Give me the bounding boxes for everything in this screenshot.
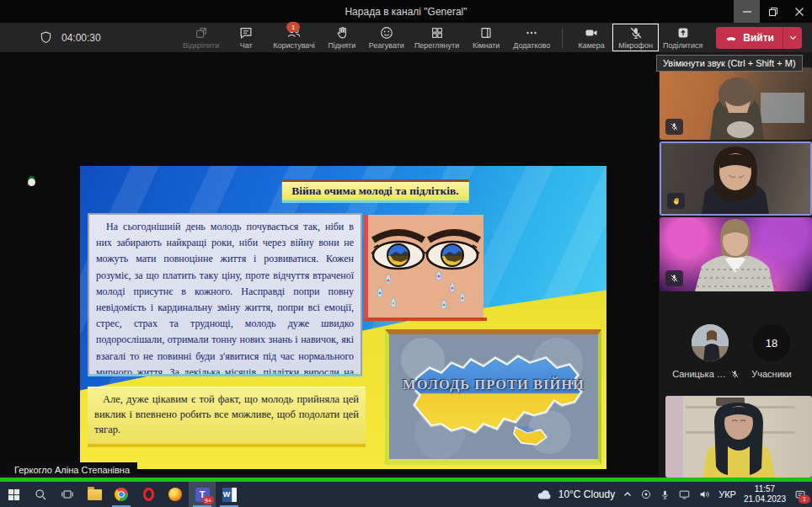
slide-text-block-1: На сьогоднішній день молодь почувається … bbox=[88, 213, 362, 376]
participants-count-circle[interactable]: 18 bbox=[753, 324, 790, 361]
weather-widget[interactable]: 10°C Cloudy bbox=[537, 488, 616, 500]
participant-name: Саницька … bbox=[672, 369, 726, 379]
camera-button[interactable]: Камера bbox=[569, 24, 613, 51]
rooms-icon bbox=[478, 25, 494, 40]
more-button[interactable]: Додатково bbox=[508, 24, 555, 51]
meeting-toolbar: 04:00:30 Відкріпити Чат 1 Користувачі Пі… bbox=[0, 23, 812, 52]
participant-video-1[interactable] bbox=[660, 67, 812, 140]
participant-video-3[interactable] bbox=[660, 217, 812, 291]
leave-button[interactable]: Вийти bbox=[716, 27, 802, 49]
file-explorer-button[interactable] bbox=[81, 482, 108, 507]
clock-date: 21.04.2023 bbox=[744, 494, 786, 505]
start-button[interactable] bbox=[0, 482, 27, 507]
participants-count: 18 bbox=[766, 337, 777, 350]
toolbar-divider bbox=[562, 28, 563, 48]
share-button[interactable]: Поділитися bbox=[658, 24, 708, 51]
cloud-icon bbox=[537, 488, 553, 500]
opera-button[interactable] bbox=[135, 482, 162, 507]
raised-hand-icon bbox=[671, 196, 681, 206]
speaker-tray-icon[interactable] bbox=[698, 488, 711, 500]
microphone-tray-icon[interactable] bbox=[660, 488, 670, 501]
minimize-icon bbox=[742, 7, 752, 17]
presentation-slide: Війна очима молоді та підлітків. На сьог… bbox=[80, 166, 606, 469]
chat-button[interactable]: Чат bbox=[224, 24, 268, 51]
taskbar-clock[interactable]: 11:57 21.04.2023 bbox=[744, 484, 786, 505]
participants-count-label: Учасники bbox=[738, 369, 805, 379]
participants-sidebar: Саницька … 18 Учасники bbox=[659, 52, 812, 478]
presenter-pointer-dot bbox=[28, 179, 35, 186]
window-title: Нарада в каналі "General" bbox=[0, 6, 812, 18]
language-indicator[interactable]: УКР bbox=[719, 489, 736, 499]
unpin-button[interactable]: Відкріпити bbox=[178, 24, 224, 51]
presenter-name-label: Геркогло Аліна Степанівна bbox=[7, 462, 137, 478]
search-button[interactable] bbox=[27, 482, 54, 507]
slide-text-block-2: Але, дуже цікавим є той факт, що молодь … bbox=[88, 387, 366, 447]
close-icon bbox=[794, 7, 804, 17]
tray-expand-icon[interactable] bbox=[622, 489, 633, 499]
audio-participants-row: Саницька … 18 Учасники bbox=[660, 322, 812, 402]
ukraine-map-image: МОЛОДЬ ПРОТИ ВІЙНИ bbox=[385, 329, 601, 465]
restore-button[interactable] bbox=[760, 0, 786, 23]
shared-screen-stage: Війна очима молоді та підлітків. На сьог… bbox=[0, 52, 659, 478]
map-caption: МОЛОДЬ ПРОТИ ВІЙНИ bbox=[389, 376, 598, 393]
action-center-button[interactable]: 1 bbox=[793, 488, 807, 501]
windows-logo-icon bbox=[8, 488, 20, 501]
participant-avatar[interactable] bbox=[692, 324, 729, 361]
share-screen-icon bbox=[676, 25, 691, 40]
weather-text: 10°C Cloudy bbox=[558, 488, 616, 500]
teams-button[interactable]: T 9+ bbox=[189, 482, 216, 507]
smiley-icon bbox=[379, 25, 394, 40]
browser-assistant-tray-icon[interactable] bbox=[640, 488, 652, 500]
mic-off-icon bbox=[670, 274, 679, 283]
react-button[interactable]: Реагувати bbox=[364, 24, 409, 51]
chrome-icon bbox=[115, 488, 128, 501]
opera-icon bbox=[143, 488, 154, 501]
pop-out-icon bbox=[194, 25, 209, 40]
shield-icon bbox=[39, 30, 53, 45]
chrome-button[interactable] bbox=[108, 482, 135, 507]
participants-button[interactable]: 1 Користувачі bbox=[268, 24, 320, 51]
task-view-icon bbox=[61, 488, 74, 501]
participants-badge: 1 bbox=[286, 22, 300, 32]
word-button[interactable]: W bbox=[216, 482, 243, 507]
participant-1-muted-indicator bbox=[665, 119, 683, 135]
chevron-down-icon bbox=[788, 33, 798, 42]
search-icon bbox=[34, 488, 47, 501]
network-display-tray-icon[interactable] bbox=[678, 488, 691, 500]
windows-taskbar: T 9+ W 10°C Cloudy УКР 11:57 21.04.2023 … bbox=[0, 482, 812, 507]
avatar-photo bbox=[692, 324, 729, 361]
window-titlebar: Нарада в каналі "General" bbox=[0, 0, 812, 23]
chat-icon bbox=[238, 25, 254, 40]
notification-count-badge: 1 bbox=[799, 495, 810, 504]
raise-hand-icon bbox=[334, 25, 350, 40]
teams-badge: 9+ bbox=[202, 496, 214, 504]
word-icon: W bbox=[222, 488, 237, 502]
close-button[interactable] bbox=[786, 0, 812, 23]
meeting-timer: 04:00:30 bbox=[61, 32, 101, 44]
mic-tooltip: Увімкнути звук (Ctrl + Shift + M) bbox=[656, 55, 803, 72]
firefox-icon bbox=[168, 488, 182, 501]
leave-options-button[interactable] bbox=[783, 27, 802, 49]
participant-2-raised-hand bbox=[667, 193, 685, 209]
firefox-button[interactable] bbox=[162, 482, 189, 507]
mic-off-icon bbox=[628, 25, 644, 40]
view-button[interactable]: Переглянути bbox=[409, 24, 464, 51]
minimize-button[interactable] bbox=[734, 0, 760, 23]
clock-time: 11:57 bbox=[744, 484, 786, 495]
restore-icon bbox=[768, 7, 778, 17]
more-dots-icon bbox=[524, 25, 539, 40]
participant-video-2-active[interactable] bbox=[660, 141, 812, 216]
task-view-button[interactable] bbox=[54, 482, 81, 507]
participant-4-silhouette bbox=[665, 396, 812, 478]
crying-eyes-illustration bbox=[364, 215, 487, 321]
slide-title: Війна очима молоді та підлітків. bbox=[281, 179, 468, 203]
camera-icon bbox=[584, 25, 599, 40]
raise-hand-button[interactable]: Підняти bbox=[320, 24, 364, 51]
participant-3-muted-indicator bbox=[665, 270, 683, 286]
folder-icon bbox=[88, 489, 102, 500]
rooms-button[interactable]: Кімнати bbox=[464, 24, 508, 51]
mic-off-icon bbox=[670, 122, 679, 131]
participant-video-4[interactable] bbox=[665, 396, 812, 478]
microphone-button[interactable]: Мікрофон bbox=[613, 24, 658, 51]
hang-up-icon bbox=[724, 31, 738, 45]
